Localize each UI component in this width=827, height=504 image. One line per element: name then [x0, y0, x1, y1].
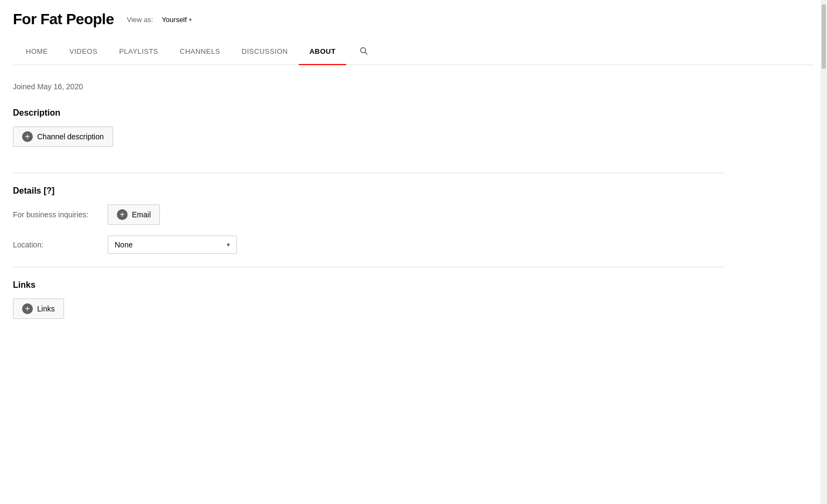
email-button-label: Email [132, 210, 151, 219]
links-section: Links + Links [13, 280, 725, 332]
details-section: Details [?] For business inquiries: + Em… [13, 186, 725, 254]
add-links-label: Links [37, 304, 55, 313]
view-as-label: View as: [127, 16, 153, 24]
view-as-dropdown[interactable]: Yourself ▾ [162, 16, 192, 24]
add-description-icon: + [22, 131, 33, 142]
location-label: Location: [13, 240, 99, 249]
add-links-icon: + [22, 303, 33, 314]
description-divider [13, 173, 725, 173]
search-icon[interactable] [351, 40, 376, 63]
add-email-button[interactable]: + Email [108, 204, 160, 225]
scrollbar-track[interactable] [821, 0, 827, 504]
dropdown-arrow-icon: ▾ [189, 17, 192, 23]
add-email-icon: + [117, 209, 128, 220]
add-description-label: Channel description [37, 132, 104, 141]
view-as-value: Yourself [162, 16, 187, 24]
add-links-button[interactable]: + Links [13, 299, 64, 319]
tab-discussion[interactable]: Discussion [231, 39, 299, 65]
svg-line-1 [365, 52, 367, 54]
channel-nav: Home Videos Playlists Channels Discussio… [13, 39, 814, 65]
links-section-title: Links [13, 280, 725, 290]
location-row: Location: None ▾ [13, 236, 725, 254]
business-inquiries-row: For business inquiries: + Email [13, 204, 725, 225]
tab-home[interactable]: Home [13, 39, 59, 65]
description-section-title: Description [13, 108, 725, 118]
location-value: None [115, 240, 132, 249]
business-inquiries-label: For business inquiries: [13, 210, 99, 219]
details-section-title: Details [?] [13, 186, 725, 196]
location-select[interactable]: None ▾ [108, 236, 237, 254]
tab-about[interactable]: About [299, 39, 347, 65]
details-divider [13, 267, 725, 267]
channel-title: For Fat People [13, 11, 114, 28]
about-content: Joined May 16, 2020 Description + Channe… [0, 65, 738, 353]
tab-playlists[interactable]: Playlists [108, 39, 169, 65]
scrollbar-thumb[interactable] [822, 4, 826, 69]
joined-date: Joined May 16, 2020 [13, 82, 725, 91]
add-description-button[interactable]: + Channel description [13, 126, 113, 147]
tab-videos[interactable]: Videos [59, 39, 108, 65]
location-dropdown-arrow-icon: ▾ [227, 241, 230, 249]
tab-channels[interactable]: Channels [169, 39, 231, 65]
